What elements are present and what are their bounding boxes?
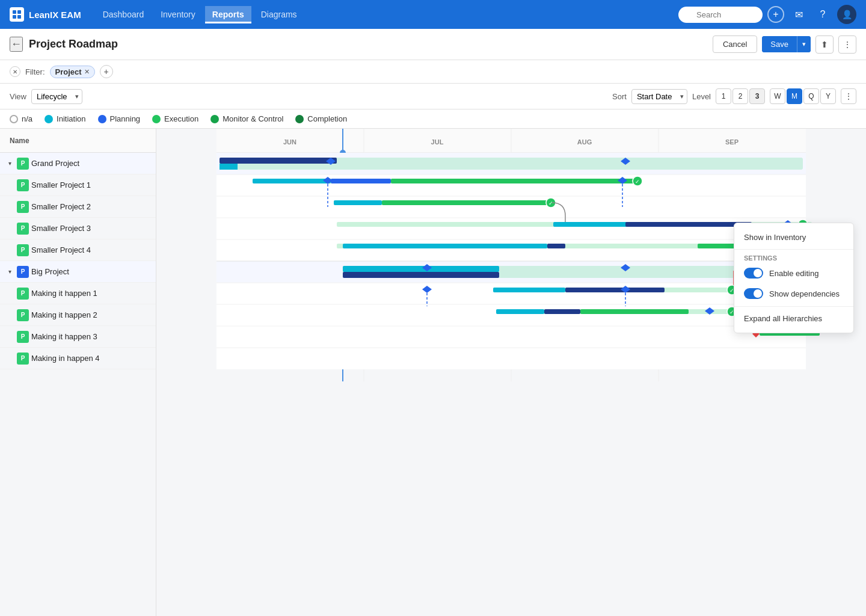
badge-big-project: P	[17, 266, 29, 278]
app-logo[interactable]: LeanIX EAM	[10, 7, 81, 22]
legend-label-na: n/a	[22, 114, 32, 123]
svg-rect-50	[334, 200, 382, 205]
show-dependencies-item[interactable]: Show dependencies	[734, 283, 853, 304]
row-smaller-project-4[interactable]: P Smaller Project 4	[0, 239, 156, 261]
svg-rect-42	[391, 179, 637, 183]
legend-label-monitor: Monitor & Control	[223, 114, 283, 123]
svg-rect-22	[216, 304, 806, 326]
level-3-button[interactable]: 3	[749, 88, 765, 104]
nav-diagrams[interactable]: Diagrams	[254, 6, 304, 23]
svg-rect-3	[17, 15, 21, 19]
enable-editing-toggle[interactable]	[744, 268, 763, 279]
svg-rect-51	[382, 200, 550, 205]
row-making-4[interactable]: P Making in happen 4	[0, 348, 156, 369]
back-button[interactable]: ←	[10, 37, 23, 52]
expand-all-item[interactable]: Expand all Hierarchies	[734, 309, 853, 328]
svg-rect-88	[580, 309, 689, 314]
more-toolbar-button[interactable]: ⋮	[841, 88, 856, 104]
legend-dot-planning	[98, 115, 106, 123]
share-button[interactable]: ⬆	[815, 35, 834, 54]
name-smaller-2: Smaller Project 2	[31, 202, 91, 211]
name-making-4: Making in happen 4	[31, 354, 99, 363]
view-select[interactable]: Lifecycle	[31, 89, 82, 104]
level-2-button[interactable]: 2	[732, 88, 748, 104]
app-name: LeanIX EAM	[29, 10, 81, 20]
search-input[interactable]	[678, 7, 763, 23]
svg-rect-68	[343, 272, 499, 278]
nav-reports[interactable]: Reports	[205, 6, 251, 23]
cancel-button[interactable]: Cancel	[713, 35, 757, 53]
filter-add-button[interactable]: +	[100, 65, 113, 78]
add-button[interactable]: +	[767, 6, 784, 23]
help-button[interactable]: ?	[813, 5, 832, 24]
svg-rect-67	[343, 266, 499, 272]
page-title: Project Roadmap	[29, 38, 118, 51]
sort-select[interactable]: Start Date	[631, 89, 687, 104]
name-making-1: Making it happen 1	[31, 289, 97, 298]
row-making-2[interactable]: P Making it happen 2	[0, 304, 156, 326]
filter-chip-remove[interactable]: ✕	[84, 68, 90, 76]
save-group: Save ▾	[762, 36, 811, 52]
svg-rect-2	[13, 15, 16, 19]
nav-right: 🔍 + ✉ ? 👤	[678, 5, 856, 24]
time-unit-buttons: W M Q Y	[770, 88, 836, 104]
svg-rect-23	[216, 326, 806, 348]
badge-smaller-4: P	[17, 244, 29, 256]
toolbar-right: Sort Start Date Level 1 2 3 W M Q Y ⋮	[612, 88, 856, 104]
save-button[interactable]: Save	[762, 36, 797, 52]
save-dropdown-button[interactable]: ▾	[797, 36, 811, 52]
badge-smaller-2: P	[17, 201, 29, 213]
quarter-button[interactable]: Q	[803, 88, 819, 104]
row-making-1[interactable]: P Making it happen 1	[0, 283, 156, 304]
filter-bar: ✕ Filter: Project ✕ +	[0, 60, 866, 84]
legend-label-planning: Planning	[110, 114, 141, 123]
row-making-3[interactable]: P Making it happen 3	[0, 326, 156, 348]
gantt-name-header: Name	[0, 129, 156, 153]
view-label: View	[10, 92, 26, 101]
svg-rect-56	[625, 222, 752, 227]
svg-rect-40	[253, 179, 331, 183]
legend-dot-initiation	[45, 115, 53, 123]
toolbar-left: View Lifecycle	[10, 89, 82, 104]
svg-text:✓: ✓	[635, 179, 640, 185]
level-1-button[interactable]: 1	[716, 88, 731, 104]
year-button[interactable]: Y	[820, 88, 836, 104]
filter-close-button[interactable]: ✕	[10, 66, 20, 77]
sort-select-wrapper: Start Date	[631, 89, 687, 104]
row-smaller-project-3[interactable]: P Smaller Project 3	[0, 218, 156, 239]
filter-label: Filter:	[25, 67, 45, 76]
row-smaller-project-1[interactable]: P Smaller Project 1	[0, 174, 156, 196]
inbox-button[interactable]: ✉	[789, 5, 808, 24]
expand-grand-project[interactable]: ▾	[5, 159, 14, 168]
name-smaller-3: Smaller Project 3	[31, 224, 91, 233]
month-button[interactable]: M	[787, 88, 802, 104]
week-button[interactable]: W	[770, 88, 785, 104]
show-in-inventory-item[interactable]: Show in Inventory	[734, 228, 853, 247]
svg-rect-24	[216, 348, 806, 369]
toolbar: View Lifecycle Sort Start Date Level 1 2…	[0, 84, 866, 109]
badge-making-2: P	[17, 309, 29, 321]
name-grand-project: Grand Project	[31, 159, 79, 168]
view-select-wrapper: Lifecycle	[31, 89, 82, 104]
page-header: ← Project Roadmap Cancel Save ▾ ⬆ ⋮	[0, 29, 866, 60]
more-options-button[interactable]: ⋮	[838, 35, 856, 54]
nav-dashboard[interactable]: Dashboard	[96, 6, 152, 23]
row-grand-project[interactable]: ▾ P Grand Project	[0, 153, 156, 174]
enable-editing-item[interactable]: Enable editing	[734, 263, 853, 283]
name-making-2: Making it happen 2	[31, 310, 97, 319]
svg-rect-21	[216, 283, 806, 304]
svg-rect-35	[220, 158, 337, 164]
row-big-project[interactable]: ▾ P Big Project	[0, 261, 156, 283]
expand-big-project[interactable]: ▾	[5, 267, 14, 277]
show-dependencies-toggle[interactable]	[744, 288, 763, 299]
svg-rect-16	[216, 174, 806, 196]
show-dependencies-label: Show dependencies	[769, 289, 840, 298]
legend-na: n/a	[10, 114, 32, 123]
row-smaller-project-2[interactable]: P Smaller Project 2	[0, 196, 156, 218]
nav-links: Dashboard Inventory Reports Diagrams	[96, 6, 674, 23]
header-left: ← Project Roadmap	[10, 37, 118, 52]
avatar[interactable]: 👤	[837, 5, 856, 24]
legend-completion: Completion	[295, 114, 347, 123]
menu-divider	[734, 249, 853, 250]
nav-inventory[interactable]: Inventory	[153, 6, 203, 23]
